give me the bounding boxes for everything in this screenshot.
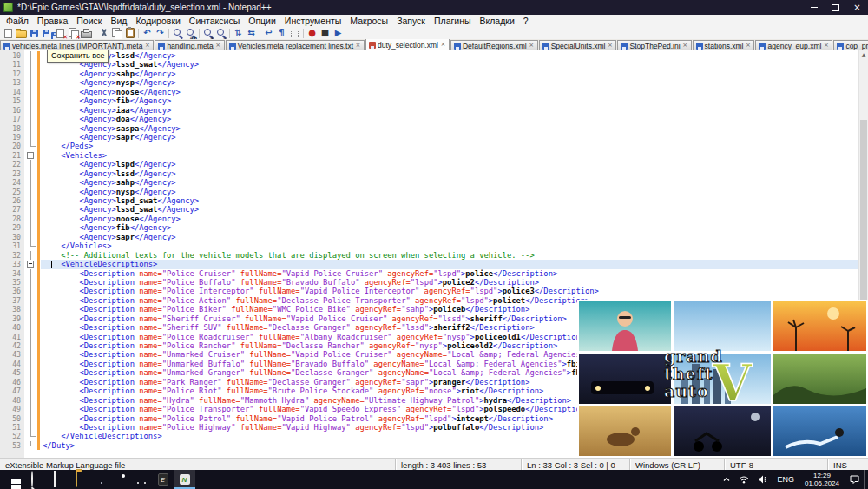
code-line-14[interactable]: 14 <Agency>noose</Agency> xyxy=(0,88,859,96)
code-line-26[interactable]: 26 <Agency>lspd_swat</Agency> xyxy=(0,196,859,205)
code-text[interactable]: <Agency>doa</Agency> xyxy=(41,115,859,123)
close-button[interactable]: ✕ xyxy=(54,28,67,39)
tab-handling.meta[interactable]: handling.meta xyxy=(155,40,224,50)
code-line-17[interactable]: 17 <Agency>doa</Agency> xyxy=(0,115,859,123)
print-button[interactable] xyxy=(80,28,93,39)
menu-item-4[interactable]: Вид xyxy=(106,15,131,27)
code-text[interactable]: <Agency>lspd</Agency> xyxy=(41,160,859,169)
code-line-18[interactable]: 18 <Agency>saspa</Agency> xyxy=(0,124,859,133)
new-file-button[interactable] xyxy=(2,28,15,39)
code-text[interactable]: <!-- Additional texts for the vehicle mo… xyxy=(41,251,859,260)
code-line-30[interactable]: 30 <Agency>sapr</Agency> xyxy=(0,233,859,241)
scroll-up-icon[interactable]: ▲ xyxy=(859,50,868,58)
code-text[interactable]: <Description name="Police Cruiser" fullN… xyxy=(41,269,859,278)
menu-item-2[interactable]: Правка xyxy=(33,15,72,27)
menu-item-8[interactable]: Инструменты xyxy=(280,15,345,27)
code-line-32[interactable]: 32 <!-- Additional texts for the vehicle… xyxy=(0,251,859,260)
code-line-13[interactable]: 13 <Agency>nysp</Agency> xyxy=(0,78,859,87)
code-text[interactable]: <Agency>sahp</Agency> xyxy=(41,178,859,187)
code-text[interactable]: <Agency>fib</Agency> xyxy=(41,223,859,232)
code-text[interactable]: <Agency>saspa</Agency> xyxy=(41,124,859,133)
menu-item-9[interactable]: Макросы xyxy=(345,15,392,27)
cut-button[interactable] xyxy=(97,28,110,39)
volume-button[interactable] xyxy=(753,470,773,489)
code-line-19[interactable]: 19 <Agency>sapr</Agency> xyxy=(0,133,859,142)
menu-item-7[interactable]: Опции xyxy=(244,15,280,27)
find-button[interactable] xyxy=(171,28,184,39)
redo-button[interactable]: ↷ xyxy=(154,28,167,39)
indent-guide-button[interactable] xyxy=(288,28,301,39)
tab-close-button[interactable] xyxy=(355,42,361,50)
tab-cop_presets.xml[interactable]: cop_presets.xml xyxy=(833,40,868,50)
code-line-20[interactable]: 20 </Peds> xyxy=(0,142,859,150)
code-line-10[interactable]: 10 <Agency>lssd</Agency> xyxy=(0,51,859,60)
menu-item-13[interactable]: ? xyxy=(519,15,533,27)
menu-item-12[interactable]: Вкладки xyxy=(476,15,519,27)
tab-vehicles.meta-replacement-lines.txt[interactable]: Vehicles.meta replacement lines.txt xyxy=(226,40,365,50)
status-insert-mode[interactable]: INS xyxy=(827,459,868,471)
tab-duty_selection.xml[interactable]: duty_selection.xml xyxy=(365,39,450,50)
code-line-25[interactable]: 25 <Agency>nysp</Agency> xyxy=(0,188,859,196)
zoom-out-button[interactable]: − xyxy=(214,28,227,39)
replace-button[interactable]: ab xyxy=(184,28,197,39)
status-encoding[interactable]: UTF-8 xyxy=(724,459,827,471)
code-text[interactable]: <Description name="Police Buffalo" fullN… xyxy=(41,278,859,287)
code-line-28[interactable]: 28 <Agency>noose</Agency> xyxy=(0,215,859,223)
zoom-in-button[interactable]: + xyxy=(201,28,214,39)
notifications-button[interactable] xyxy=(845,470,864,489)
notepad-plus-plus-taskbar-button[interactable]: N xyxy=(174,470,195,489)
code-text[interactable]: <Vehicles> xyxy=(41,151,859,160)
fold-toggle-icon[interactable] xyxy=(24,260,37,268)
menu-item-3[interactable]: Поиск xyxy=(72,15,106,27)
copy-button[interactable] xyxy=(110,28,123,39)
code-line-22[interactable]: 22 <Agency>lspd</Agency> xyxy=(0,160,859,169)
menu-item-11[interactable]: Плагины xyxy=(430,15,476,27)
tab-close-button[interactable] xyxy=(682,42,688,50)
record-macro-button[interactable]: ● xyxy=(306,28,319,39)
code-line-24[interactable]: 24 <Agency>sahp</Agency> xyxy=(0,178,859,187)
maximize-button[interactable] xyxy=(825,0,846,15)
hidden-icons-button[interactable] xyxy=(719,470,734,489)
code-text[interactable]: </Vehicles> xyxy=(41,241,859,250)
sync-horizontal-button[interactable]: ⇆ xyxy=(245,28,258,39)
code-text[interactable]: </Peds> xyxy=(41,142,859,150)
code-text[interactable]: <Agency>lspd_swat</Agency> xyxy=(41,196,859,205)
tab-stations.xml[interactable]: stations.xml xyxy=(693,40,755,50)
close-all-button[interactable]: ✕ xyxy=(67,28,80,39)
tab-defaultregions.xml[interactable]: DefaultRegions.xml xyxy=(450,40,538,50)
save-all-button[interactable] xyxy=(41,28,54,39)
steam-taskbar-button[interactable] xyxy=(108,470,130,489)
code-line-16[interactable]: 16 <Agency>iaa</Agency> xyxy=(0,106,859,115)
code-line-11[interactable]: 11 <Agency>lssd_swat</Agency> xyxy=(0,60,859,69)
tab-close-button[interactable] xyxy=(823,42,829,50)
code-line-34[interactable]: 34 <Description name="Police Cruiser" fu… xyxy=(0,269,859,278)
code-text[interactable]: <Agency>sapr</Agency> xyxy=(41,233,859,241)
language-indicator[interactable]: ENG xyxy=(773,470,799,489)
code-line-23[interactable]: 23 <Agency>lssd</Agency> xyxy=(0,169,859,178)
code-text[interactable]: <Description name="Police Interceptor" f… xyxy=(41,287,859,295)
network-button[interactable] xyxy=(734,470,753,489)
menu-item-6[interactable]: Синтаксисы xyxy=(185,15,244,27)
paste-button[interactable] xyxy=(123,28,136,39)
code-text[interactable]: <Agency>lssd_swat</Agency> xyxy=(41,60,859,69)
task-view-taskbar-button[interactable] xyxy=(43,470,65,489)
tab-close-button[interactable] xyxy=(144,42,150,50)
undo-button[interactable]: ↶ xyxy=(141,28,154,39)
code-text[interactable]: <Agency>lssd</Agency> xyxy=(41,169,859,178)
code-line-35[interactable]: 35 <Description name="Police Buffalo" fu… xyxy=(0,278,859,287)
start-taskbar-button[interactable] xyxy=(0,470,22,489)
sync-vertical-button[interactable]: ⇅ xyxy=(232,28,245,39)
open-file-button[interactable] xyxy=(15,28,28,39)
code-text[interactable]: <Agency>nysp</Agency> xyxy=(41,78,859,87)
tab-close-button[interactable] xyxy=(529,42,535,50)
show-all-characters-button[interactable]: ¶ xyxy=(275,28,288,39)
menu-item-10[interactable]: Запуск xyxy=(392,15,430,27)
fold-toggle-icon[interactable] xyxy=(24,151,37,160)
stop-macro-button[interactable]: ■ xyxy=(319,28,332,39)
tab-close-button[interactable] xyxy=(440,41,446,49)
code-text[interactable]: <Agency>fib</Agency> xyxy=(41,96,859,105)
code-line-27[interactable]: 27 <Agency>lssd_swat</Agency> xyxy=(0,205,859,214)
tab-stoptheped.ini[interactable]: StopThePed.ini xyxy=(617,40,691,50)
code-text[interactable]: <Agency>sahp</Agency> xyxy=(41,69,859,78)
file-explorer-taskbar-button[interactable] xyxy=(65,470,87,489)
